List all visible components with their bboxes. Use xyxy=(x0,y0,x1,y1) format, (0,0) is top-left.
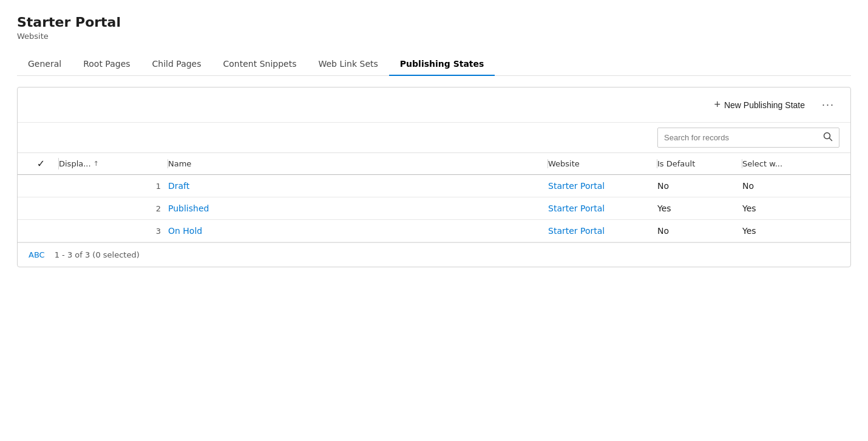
tab-bar: General Root Pages Child Pages Content S… xyxy=(17,53,851,76)
tab-content-snippets[interactable]: Content Snippets xyxy=(212,53,308,76)
cell-website[interactable]: Starter Portal xyxy=(548,203,657,213)
column-display[interactable]: Displa... ↑ xyxy=(59,159,168,168)
page-title: Starter Portal xyxy=(17,15,851,30)
column-website[interactable]: Website xyxy=(548,159,657,168)
tab-publishing-states[interactable]: Publishing States xyxy=(389,53,495,76)
table-header: ✓ Displa... ↑ Name Website Is Default Se… xyxy=(18,152,850,175)
new-publishing-state-button[interactable]: + New Publishing State xyxy=(709,95,810,115)
cell-display-order: 2 xyxy=(59,204,168,213)
tab-child-pages[interactable]: Child Pages xyxy=(141,53,212,76)
plus-icon: + xyxy=(714,98,721,111)
table-body: 1 Draft Starter Portal No No 2 Published… xyxy=(18,175,850,242)
column-is-default[interactable]: Is Default xyxy=(657,159,742,168)
column-select-w-label: Select w... xyxy=(742,159,782,168)
search-icon[interactable] xyxy=(817,128,839,147)
cell-is-default: No xyxy=(657,226,742,236)
page-subtitle: Website xyxy=(17,32,851,41)
grid-toolbar: + New Publishing State ··· xyxy=(18,87,850,122)
table-footer: ABC 1 - 3 of 3 (0 selected) xyxy=(18,242,850,267)
tab-general[interactable]: General xyxy=(17,53,72,76)
tab-web-link-sets[interactable]: Web Link Sets xyxy=(307,53,388,76)
table-row[interactable]: 1 Draft Starter Portal No No xyxy=(18,175,850,197)
tab-root-pages[interactable]: Root Pages xyxy=(72,53,141,76)
cell-name[interactable]: Published xyxy=(168,203,548,213)
column-name-label: Name xyxy=(168,159,191,168)
cell-select-w: Yes xyxy=(742,203,839,213)
search-row xyxy=(18,122,850,152)
content-panel: + New Publishing State ··· ✓ Displa... ↑… xyxy=(17,87,851,267)
tab-more-icon[interactable] xyxy=(495,58,509,71)
cell-select-w: No xyxy=(742,181,839,191)
abc-filter[interactable]: ABC xyxy=(29,250,45,259)
column-is-default-label: Is Default xyxy=(657,159,695,168)
new-publishing-state-label: New Publishing State xyxy=(724,100,805,110)
column-select-w[interactable]: Select w... xyxy=(742,159,839,168)
cell-display-order: 3 xyxy=(59,227,168,236)
cell-website[interactable]: Starter Portal xyxy=(548,181,657,191)
page-header: Starter Portal Website xyxy=(17,15,851,41)
table-row[interactable]: 3 On Hold Starter Portal No Yes xyxy=(18,220,850,242)
cell-name[interactable]: Draft xyxy=(168,181,548,191)
more-options-button[interactable]: ··· xyxy=(817,96,839,114)
cell-is-default: Yes xyxy=(657,203,742,213)
column-check: ✓ xyxy=(29,158,59,169)
cell-display-order: 1 xyxy=(59,182,168,191)
cell-select-w: Yes xyxy=(742,226,839,236)
column-name[interactable]: Name xyxy=(168,159,548,168)
sort-asc-icon: ↑ xyxy=(93,160,99,168)
cell-name[interactable]: On Hold xyxy=(168,226,548,236)
table-row[interactable]: 2 Published Starter Portal Yes Yes xyxy=(18,197,850,220)
record-count: 1 - 3 of 3 (0 selected) xyxy=(55,250,140,259)
cell-is-default: No xyxy=(657,181,742,191)
svg-line-1 xyxy=(830,138,832,141)
column-website-label: Website xyxy=(548,159,580,168)
column-display-label: Displa... xyxy=(59,159,91,168)
search-input[interactable] xyxy=(658,129,817,146)
cell-website[interactable]: Starter Portal xyxy=(548,226,657,236)
search-box xyxy=(657,128,839,148)
check-all-icon[interactable]: ✓ xyxy=(37,158,45,169)
